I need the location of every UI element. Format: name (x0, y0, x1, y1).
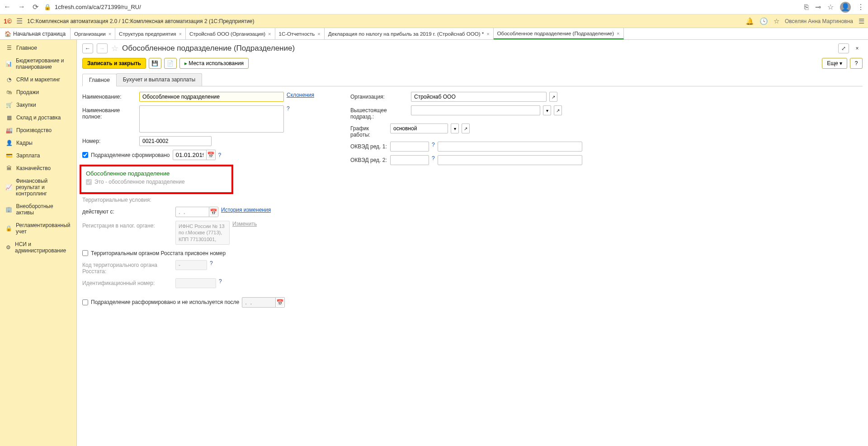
app-header: 1© ☰ 1С:Комплексная автоматизация 2.0 / … (0, 14, 868, 28)
sidebar-item-purchases[interactable]: 🛒Закупки (0, 99, 76, 111)
chart-icon: 📊 (5, 61, 12, 67)
tab-declaration[interactable]: Декларация по налогу на прибыль за 2019 … (325, 28, 494, 39)
tabs-bar: 🏠 Начальная страница Организации× Структ… (0, 28, 868, 40)
key-icon[interactable]: ⊸ (815, 3, 821, 11)
calendar-icon[interactable]: 📅 (276, 297, 285, 308)
open-icon[interactable]: ↗ (549, 92, 557, 102)
close-icon[interactable]: × (617, 31, 619, 36)
save-button[interactable]: 💾 (149, 58, 161, 69)
home-tab[interactable]: 🏠 Начальная страница (0, 28, 71, 39)
close-icon[interactable]: × (179, 31, 182, 37)
help-icon[interactable]: ? (218, 152, 222, 158)
home-icon: 🏠 (5, 31, 11, 37)
sidebar-item-salary[interactable]: 💳Зарплата (0, 149, 76, 162)
disbanded-checkbox[interactable] (82, 299, 88, 305)
schedule-input[interactable] (390, 123, 448, 133)
browser-reload-icon[interactable]: ⟳ (33, 3, 38, 11)
star-icon[interactable]: ☆ (827, 3, 834, 11)
browser-back-icon[interactable]: ← (4, 3, 11, 11)
favorites-icon[interactable]: ☆ (774, 17, 779, 25)
help-icon[interactable]: ? (432, 142, 435, 148)
sidebar-item-label: Казначейство (16, 165, 51, 171)
rosstat-checkbox[interactable] (82, 250, 88, 256)
tab-main[interactable]: Главное (82, 74, 117, 86)
calendar-icon[interactable]: 📅 (209, 207, 218, 217)
okved1-code-input[interactable] (390, 142, 429, 152)
favorite-star-icon[interactable]: ☆ (111, 43, 118, 53)
disbanded-date-input[interactable] (242, 297, 276, 308)
formed-checkbox[interactable] (82, 152, 88, 158)
sidebar-item-admin[interactable]: ⚙НСИ и администрирование (0, 238, 76, 257)
tab-structure[interactable]: Структура предприятия× (115, 28, 186, 39)
calendar-icon[interactable]: 📅 (207, 150, 216, 160)
number-input[interactable] (139, 136, 212, 146)
declension-link[interactable]: Склонения (287, 92, 314, 98)
hamburger-icon[interactable]: ☰ (16, 17, 23, 25)
change-link[interactable]: Изменить (232, 221, 257, 227)
report-button[interactable]: 📄 (164, 58, 177, 69)
sidebar-item-warehouse[interactable]: ▦Склад и доставка (0, 111, 76, 124)
usage-button[interactable]: ▸ Места использования (179, 58, 249, 69)
sidebar-item-treasury[interactable]: 🏛Казначейство (0, 162, 76, 175)
number-label: Номер: (82, 136, 137, 144)
save-close-button[interactable]: Записать и закрыть (82, 58, 146, 69)
list-icon: ☰ (5, 45, 13, 51)
close-icon[interactable]: × (486, 31, 489, 37)
close-icon[interactable]: × (108, 31, 111, 37)
sidebar-item-crm[interactable]: ◔CRM и маркетинг (0, 73, 76, 86)
open-icon[interactable]: ↗ (554, 105, 562, 115)
address-bar[interactable]: 🔒 1cfresh.com/a/ca/271399/ru_RU/ (44, 4, 799, 10)
help-icon[interactable]: ? (210, 260, 213, 266)
sidebar-item-hr[interactable]: 👤Кадры (0, 137, 76, 149)
help-icon[interactable]: ? (432, 155, 435, 161)
sidebar-item-finance[interactable]: 📈Финансовый результат и контроллинг (0, 175, 76, 200)
back-button[interactable]: ← (82, 43, 93, 53)
sidebar-item-production[interactable]: 🏭Производство (0, 124, 76, 137)
tab-accounting[interactable]: Бухучет и выплата зарплаты (116, 73, 202, 86)
formed-date-input[interactable] (173, 150, 207, 160)
more-button[interactable]: Еще ▾ (822, 58, 847, 69)
sidebar-item-sales[interactable]: 🛍Продажи (0, 86, 76, 99)
tab-reporting[interactable]: 1С-Отчетность× (275, 28, 325, 39)
close-icon[interactable]: × (268, 31, 271, 37)
dropdown-icon[interactable]: ▾ (543, 105, 551, 115)
bank-icon: 🏛 (5, 165, 13, 171)
sidebar-item-regulated[interactable]: 🔒Регламентированный учет (0, 219, 76, 238)
org-input[interactable] (411, 92, 547, 102)
tab-stroysnab[interactable]: Стройснаб ООО (Организация)× (186, 28, 275, 39)
history-link[interactable]: История изменения (221, 207, 271, 213)
sidebar-item-main[interactable]: ☰Главное (0, 42, 76, 54)
tab-subdivision[interactable]: Обособленное подразделение (Подразделени… (494, 28, 624, 39)
okved1-desc-input[interactable] (438, 142, 582, 152)
sidebar-item-budget[interactable]: 📊Бюджетирование и планирование (0, 54, 76, 73)
profile-icon[interactable]: 👤 (840, 2, 851, 13)
help-icon[interactable]: ? (219, 278, 222, 285)
menu-icon[interactable]: ⋮ (857, 3, 864, 11)
help-button[interactable]: ? (850, 58, 863, 69)
tab-organizations[interactable]: Организации× (71, 28, 115, 39)
help-icon[interactable]: ? (287, 105, 290, 112)
translate-icon[interactable]: ⎘ (804, 3, 809, 11)
open-icon[interactable]: ↗ (462, 123, 470, 133)
link-icon[interactable]: ⤢ (838, 43, 849, 53)
name-label: Наименование: (82, 92, 137, 100)
is-separate-label: Это - обособленное подразделение (94, 179, 185, 185)
okved2-desc-input[interactable] (438, 155, 582, 165)
gear-icon: ⚙ (5, 244, 11, 251)
header-menu-icon[interactable]: ☰ (859, 17, 864, 25)
sidebar-item-assets[interactable]: 🏢Внеоборотные активы (0, 200, 76, 219)
id-number-label: Идентификационный номер: (82, 278, 173, 286)
dropdown-icon[interactable]: ▾ (451, 123, 459, 133)
effective-date-input[interactable] (175, 207, 209, 217)
full-name-input[interactable] (139, 105, 284, 133)
parent-input[interactable] (411, 105, 540, 115)
factory-icon: 🏭 (5, 127, 13, 133)
history-icon[interactable]: 🕓 (760, 17, 768, 25)
close-panel-icon[interactable]: × (852, 43, 863, 53)
okved2-code-input[interactable] (390, 155, 429, 165)
bell-icon[interactable]: 🔔 (745, 17, 754, 25)
browser-forward-icon[interactable]: → (18, 3, 25, 11)
forward-button[interactable]: → (97, 43, 108, 53)
close-icon[interactable]: × (317, 31, 320, 37)
name-input[interactable] (139, 92, 284, 102)
